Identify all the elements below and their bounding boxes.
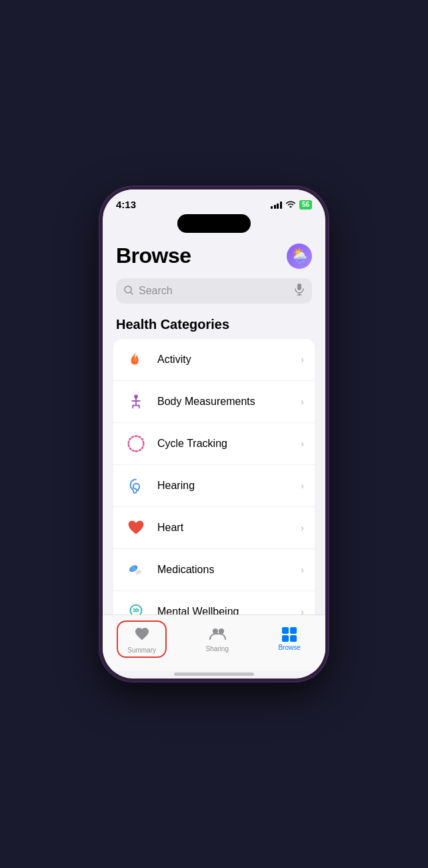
scroll-content[interactable]: Browse 🌦️ Search bbox=[103, 238, 325, 614]
heart-label: Heart bbox=[157, 522, 291, 534]
chevron-right-icon: › bbox=[301, 606, 304, 614]
mental-wellbeing-icon bbox=[124, 600, 148, 614]
sharing-icon bbox=[209, 626, 226, 643]
avatar-icon: 🌦️ bbox=[291, 248, 309, 265]
summary-icon bbox=[134, 626, 150, 644]
tab-browse-label: Browse bbox=[278, 644, 300, 651]
tab-bar: Summary Sharing bbox=[103, 614, 325, 671]
section-title: Health Categories bbox=[103, 312, 325, 339]
search-input[interactable]: Search bbox=[139, 285, 289, 297]
mental-wellbeing-label: Mental Wellbeing bbox=[157, 606, 291, 614]
phone-frame: 4:13 56 bbox=[100, 187, 328, 681]
svg-rect-2 bbox=[297, 284, 301, 290]
header: Browse 🌦️ bbox=[103, 238, 325, 276]
status-icons: 56 bbox=[271, 199, 312, 209]
activity-label: Activity bbox=[157, 354, 291, 366]
search-icon bbox=[124, 286, 133, 297]
category-cycle-tracking[interactable]: Cycle Tracking › bbox=[113, 423, 315, 465]
chevron-right-icon: › bbox=[301, 438, 304, 449]
chevron-right-icon: › bbox=[301, 564, 304, 575]
category-mental-wellbeing[interactable]: Mental Wellbeing › bbox=[113, 591, 315, 614]
search-container: Search bbox=[103, 276, 325, 312]
hearing-label: Hearing bbox=[157, 480, 291, 492]
phone-screen: 4:13 56 bbox=[103, 189, 325, 679]
chevron-right-icon: › bbox=[301, 522, 304, 533]
svg-point-25 bbox=[213, 628, 218, 634]
category-heart[interactable]: Heart › bbox=[113, 507, 315, 549]
tab-summary-label: Summary bbox=[127, 646, 156, 654]
body-measurements-label: Body Measurements bbox=[157, 396, 291, 408]
category-hearing[interactable]: Hearing › bbox=[113, 465, 315, 507]
tab-summary[interactable]: Summary bbox=[117, 620, 167, 658]
tab-sharing[interactable]: Sharing bbox=[195, 623, 239, 655]
hearing-icon bbox=[124, 474, 148, 498]
chevron-right-icon: › bbox=[301, 396, 304, 407]
status-bar: 4:13 56 bbox=[103, 189, 325, 214]
browse-icon bbox=[282, 627, 297, 642]
svg-point-15 bbox=[135, 450, 137, 452]
wifi-icon bbox=[285, 199, 296, 209]
activity-icon bbox=[124, 348, 148, 372]
svg-line-1 bbox=[131, 292, 133, 294]
tab-sharing-label: Sharing bbox=[205, 645, 228, 653]
tab-browse[interactable]: Browse bbox=[267, 624, 311, 655]
categories-list: Activity › bbox=[113, 339, 315, 614]
medications-label: Medications bbox=[157, 564, 291, 576]
home-indicator bbox=[174, 673, 254, 676]
cycle-tracking-icon bbox=[124, 432, 148, 456]
avatar-button[interactable]: 🌦️ bbox=[287, 244, 312, 269]
svg-point-26 bbox=[219, 628, 224, 634]
category-medications[interactable]: Medications › bbox=[113, 549, 315, 591]
dynamic-island bbox=[177, 214, 251, 233]
category-body-measurements[interactable]: Body Measurements › bbox=[113, 381, 315, 423]
body-measurements-icon bbox=[124, 390, 148, 414]
medications-icon bbox=[124, 558, 148, 582]
svg-point-16 bbox=[137, 489, 139, 491]
search-bar[interactable]: Search bbox=[116, 278, 312, 304]
status-time: 4:13 bbox=[116, 199, 136, 210]
page-title: Browse bbox=[116, 244, 191, 268]
chevron-right-icon: › bbox=[301, 354, 304, 365]
heart-icon bbox=[124, 516, 148, 540]
svg-point-13 bbox=[129, 436, 144, 452]
category-activity[interactable]: Activity › bbox=[113, 339, 315, 381]
svg-point-14 bbox=[135, 435, 137, 437]
cycle-tracking-label: Cycle Tracking bbox=[157, 438, 291, 450]
signal-bars-icon bbox=[271, 201, 282, 209]
microphone-icon[interactable] bbox=[295, 284, 304, 298]
battery-icon: 56 bbox=[299, 200, 312, 209]
chevron-right-icon: › bbox=[301, 480, 304, 491]
